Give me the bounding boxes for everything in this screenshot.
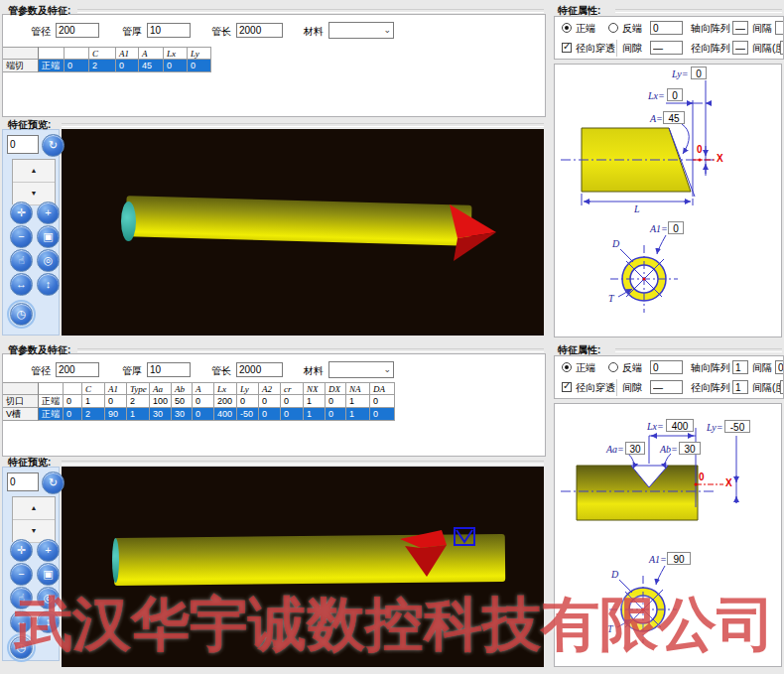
axial-spacing-label: 间隔 bbox=[752, 361, 772, 375]
top-attr-controls: 正端 反端 轴向阵列 间隔 径向穿透 间隙 径向阵列 间隔(度) bbox=[554, 16, 784, 60]
table-row[interactable]: 端切正端0204500 bbox=[3, 60, 211, 72]
zoom-window-button[interactable]: ▣ bbox=[37, 225, 60, 248]
step-up-button[interactable]: ▲ bbox=[13, 497, 55, 520]
pan-move-button[interactable]: ✛ bbox=[10, 202, 33, 224]
top-attr-diagram: Ly= 0 Lx= 0 A= 45 L 0 X A1= 0 D T bbox=[554, 64, 782, 337]
axial-array-input[interactable] bbox=[732, 21, 748, 35]
table-cell: 0 bbox=[281, 395, 304, 408]
pipe-length-input[interactable] bbox=[236, 23, 283, 38]
ab-value-box[interactable]: 30 bbox=[679, 442, 701, 455]
orbit-button[interactable]: ◎ bbox=[37, 249, 60, 272]
rotate-view-button[interactable]: ↻ bbox=[42, 472, 65, 494]
bottom-3d-viewport[interactable] bbox=[62, 467, 544, 667]
axis-view-button[interactable]: ◷ bbox=[10, 636, 33, 659]
zoom-in-button[interactable]: + bbox=[37, 202, 60, 224]
bevel-diagram-graphic bbox=[555, 65, 782, 337]
table-cell: 0 bbox=[259, 408, 281, 421]
table-header-row: CA1ALxLy bbox=[3, 47, 211, 60]
front-end-radio[interactable] bbox=[562, 362, 572, 372]
step-up-button[interactable]: ▲ bbox=[13, 160, 55, 183]
divider bbox=[616, 40, 617, 57]
table-cell: Lx bbox=[164, 47, 188, 60]
material-select[interactable]: ⌄ bbox=[328, 22, 394, 39]
ly-value-box[interactable]: -50 bbox=[724, 420, 750, 433]
stretch-vertical-button[interactable]: ↕ bbox=[37, 610, 60, 633]
ly-label: Ly= bbox=[672, 68, 688, 79]
stretch-vertical-button[interactable]: ↕ bbox=[37, 273, 60, 296]
aa-value-box[interactable]: 30 bbox=[625, 442, 645, 455]
radial-penetrate-label: 径向穿透 bbox=[576, 42, 615, 56]
a1-label: A1= bbox=[649, 554, 667, 565]
end-offset-input[interactable] bbox=[650, 21, 683, 35]
stretch-horizontal-button[interactable]: ↔ bbox=[10, 273, 33, 296]
divider bbox=[77, 9, 544, 13]
material-select[interactable]: ⌄ bbox=[328, 361, 394, 378]
radial-spacing-input[interactable] bbox=[780, 380, 784, 394]
front-end-radio[interactable] bbox=[562, 23, 572, 33]
rotate-view-button[interactable]: ↻ bbox=[42, 134, 65, 157]
rotation-angle-input[interactable] bbox=[7, 135, 39, 154]
divider bbox=[62, 123, 544, 127]
table-cell: 0 bbox=[105, 395, 127, 408]
hand-pan-button[interactable]: ☝ bbox=[10, 587, 33, 609]
bottom-params-panel: 管径 管厚 管长 材料 ⌄ CA1TypeAaAbALxLyA2crNXDXNA… bbox=[2, 353, 546, 457]
top-params-panel: 管径 管厚 管长 材料 ⌄ CA1ALxLy端切正端0204500 bbox=[2, 14, 546, 117]
axial-array-label: 轴向阵列 bbox=[691, 22, 730, 36]
table-row[interactable]: 切口正端01021005002000001010 bbox=[3, 395, 395, 408]
axis-view-button[interactable]: ◷ bbox=[10, 303, 33, 326]
back-end-radio[interactable] bbox=[608, 23, 618, 33]
table-cell: 0 bbox=[237, 395, 259, 408]
radial-penetrate-checkbox[interactable] bbox=[562, 382, 572, 392]
bottom-attr-controls: 正端 反端 轴向阵列 间隔 径向穿透 间隙 径向阵列 间隔(度) bbox=[554, 355, 784, 399]
table-row[interactable]: V槽正端0290130300400-50001010 bbox=[3, 408, 395, 421]
lx-value-box[interactable]: 0 bbox=[667, 88, 683, 101]
a1-value-box[interactable]: 0 bbox=[668, 221, 684, 234]
axial-array-label: 轴向阵列 bbox=[691, 361, 730, 375]
lx-label: Lx= bbox=[648, 90, 665, 101]
lx-value-box[interactable]: 400 bbox=[666, 419, 694, 432]
pipe-thickness-label: 管厚 bbox=[122, 25, 142, 39]
radial-array-input[interactable] bbox=[732, 380, 748, 394]
zoom-window-button[interactable]: ▣ bbox=[37, 563, 60, 586]
end-offset-input[interactable] bbox=[650, 360, 683, 374]
gap-label: 间隙 bbox=[622, 381, 642, 395]
gap-input[interactable] bbox=[650, 41, 683, 55]
front-end-label: 正端 bbox=[576, 361, 595, 375]
axial-spacing-input[interactable] bbox=[775, 21, 784, 35]
chevron-down-icon: ⌄ bbox=[383, 364, 391, 374]
radial-spacing-input[interactable] bbox=[780, 41, 784, 55]
ly-value-box[interactable]: 0 bbox=[691, 67, 707, 79]
pipe-thickness-input[interactable] bbox=[147, 362, 191, 377]
a-value-box[interactable]: 45 bbox=[663, 111, 685, 124]
zoom-out-button[interactable]: − bbox=[10, 563, 33, 586]
table-cell: 2 bbox=[82, 408, 105, 421]
rotation-angle-input[interactable] bbox=[7, 472, 39, 491]
table-cell: NA bbox=[346, 382, 370, 395]
radial-penetrate-checkbox[interactable] bbox=[562, 43, 572, 53]
l-label: L bbox=[634, 203, 640, 214]
table-cell: 0 bbox=[64, 395, 82, 408]
top-3d-viewport[interactable] bbox=[62, 129, 544, 336]
axial-spacing-input[interactable] bbox=[775, 360, 784, 374]
pan-move-button[interactable]: ✛ bbox=[10, 539, 33, 562]
radial-array-input[interactable] bbox=[732, 41, 748, 55]
pipe-diameter-input[interactable] bbox=[56, 362, 99, 377]
axial-array-input[interactable] bbox=[732, 360, 748, 374]
orbit-button[interactable]: ◎ bbox=[37, 587, 60, 609]
table-cell: C bbox=[82, 382, 105, 395]
pipe-diameter-label: 管径 bbox=[31, 25, 51, 39]
gap-input[interactable] bbox=[650, 380, 683, 394]
material-label: 材料 bbox=[304, 364, 324, 378]
a1-value-box[interactable]: 90 bbox=[667, 552, 691, 565]
pipe-diameter-input[interactable] bbox=[56, 23, 99, 38]
back-end-radio[interactable] bbox=[608, 362, 618, 372]
zoom-out-button[interactable]: − bbox=[10, 225, 33, 248]
pipe-thickness-input[interactable] bbox=[147, 23, 191, 38]
material-label: 材料 bbox=[304, 25, 324, 39]
stretch-horizontal-button[interactable]: ↔ bbox=[10, 610, 33, 633]
table-cell: 0 bbox=[326, 408, 346, 421]
pipe-length-input[interactable] bbox=[236, 362, 283, 377]
zoom-in-button[interactable]: + bbox=[37, 539, 60, 562]
table-cell: A bbox=[139, 47, 164, 60]
hand-pan-button[interactable]: ☝ bbox=[10, 249, 33, 272]
